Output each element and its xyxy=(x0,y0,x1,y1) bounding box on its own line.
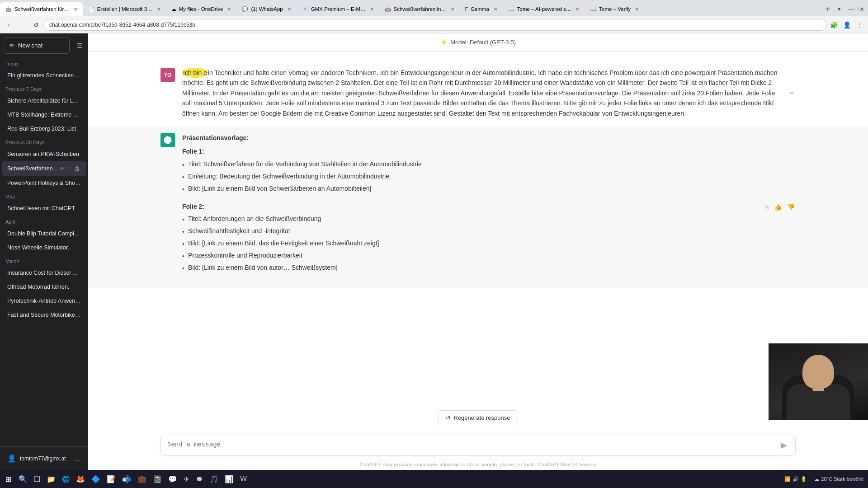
sidebar-item-text: Red Bull Erzberg 2023: List xyxy=(7,126,81,132)
taskbar-whatsapp[interactable]: 💬 xyxy=(165,473,180,485)
bullet-dot: • xyxy=(182,160,184,170)
tab-favicon: ☁ xyxy=(171,6,176,12)
browser-tab-tab2[interactable]: 📄Erstellen | Microsoft 3…✕ xyxy=(83,2,166,16)
forward-button[interactable]: → xyxy=(17,19,29,30)
sidebar-item[interactable]: Nose Wheelie Simulator. xyxy=(2,241,86,254)
browser-tab-tab9[interactable]: 📖Tome – Verify✕ xyxy=(585,2,644,16)
taskbar-word[interactable]: 📝 xyxy=(104,473,118,485)
new-tab-button[interactable]: + xyxy=(822,5,834,14)
tab-overflow-button[interactable]: ▼ xyxy=(834,6,844,12)
browser-tab-tab3[interactable]: ☁My files - OneDrive✕ xyxy=(166,2,237,16)
bullet-item: •Einleitung: Bedeutung der Schweißverbin… xyxy=(182,172,757,182)
model-header: ⚡ Model: Default (GPT-3.5) xyxy=(88,33,868,52)
taskbar-excel[interactable]: 📊 xyxy=(222,473,236,485)
taskbar-explorer[interactable]: 📁 xyxy=(44,473,58,485)
sidebar-item-edit[interactable]: ✏ xyxy=(59,165,66,172)
taskbar-taskview[interactable]: ❑ xyxy=(31,473,43,485)
browser-tab-tab1[interactable]: 🤖Schweißverfahren für…✕ xyxy=(0,2,83,16)
sidebar-item-share[interactable]: ↑ xyxy=(67,165,72,172)
maximize-button[interactable]: □ xyxy=(855,6,859,13)
tab-close-button[interactable]: ✕ xyxy=(227,7,231,12)
browser-tab-tab7[interactable]: ΓGamma✕ xyxy=(460,2,503,16)
back-button[interactable]: ← xyxy=(4,19,15,30)
chat-disclaimer: ChatGPT may produce inaccurate informati… xyxy=(88,459,868,470)
regenerate-label: Regenerate response xyxy=(453,414,510,421)
edit-message-button[interactable]: ✏ xyxy=(788,68,796,118)
browser-tab-tab4[interactable]: 💬(1) WhatsApp✕ xyxy=(236,2,296,16)
sidebar-item[interactable]: Sichere Arbeitsplätze für LKW… xyxy=(2,94,86,108)
sidebar-item[interactable]: Double Blip Tutorial Compilat… xyxy=(2,227,86,240)
taskbar-firefox[interactable]: 🦊 xyxy=(73,473,88,485)
tab-close-button[interactable]: ✕ xyxy=(576,7,579,12)
sidebar-item-delete[interactable]: 🗑 xyxy=(74,165,81,172)
user-message-text: Ich bin ein Techniker und halte einen Vo… xyxy=(182,68,781,118)
tab-favicon: Γ xyxy=(465,6,468,12)
profile-button[interactable]: 👤 xyxy=(841,20,853,29)
settings-button[interactable]: ⋮ xyxy=(854,20,864,29)
browser-tab-tab8[interactable]: 📖Tome – AI-powered s…✕ xyxy=(503,2,585,16)
thumbs-up-button[interactable]: 👍 xyxy=(773,133,783,281)
browser-tab-tab6[interactable]: 🤖Schweißverfahren in…✕ xyxy=(379,2,460,16)
tab-close-button[interactable]: ✕ xyxy=(451,7,454,12)
bullet-item: •Bild: [Link zu einem Bild, das die Fest… xyxy=(182,239,757,249)
copy-message-button[interactable]: ⎘ xyxy=(764,133,769,281)
tab-bar: 🤖Schweißverfahren für…✕📄Erstellen | Micr… xyxy=(0,0,868,16)
sidebar-item[interactable]: Offroad Motorrad fahren. xyxy=(2,280,86,294)
sidebar-item[interactable]: MTB Steilhänge: Extreme Fah… xyxy=(2,108,86,122)
taskbar-chrome[interactable]: 🌐 xyxy=(59,474,72,484)
chat-input[interactable] xyxy=(167,440,775,450)
minimize-button[interactable]: — xyxy=(848,6,854,13)
extensions-button[interactable]: 🧩 xyxy=(828,20,840,29)
sidebar-item-text: Pyrotechnik-Antrieb Anwend… xyxy=(7,298,81,304)
tab-close-button[interactable]: ✕ xyxy=(157,7,160,12)
taskbar-teams[interactable]: 💼 xyxy=(135,473,149,485)
browser-tab-tab5[interactable]: 📧GMX Premium – E-M…✕ xyxy=(297,2,379,16)
refresh-button[interactable]: ↺ xyxy=(31,19,42,30)
sidebar-collapse-button[interactable]: ☰ xyxy=(75,40,85,51)
sidebar-item-text: PowerPoint Hotkeys & Shortc… xyxy=(7,180,81,186)
tab-close-button[interactable]: ✕ xyxy=(288,7,291,12)
taskbar-obs[interactable]: ⏺ xyxy=(193,473,206,485)
taskbar-outlook[interactable]: 📬 xyxy=(119,473,134,485)
close-button[interactable]: ✕ xyxy=(859,6,864,13)
nav-icons: 🧩 👤 ⋮ xyxy=(828,20,864,29)
new-chat-button[interactable]: ✏ New chat xyxy=(4,37,70,54)
sidebar-item[interactable]: Fast and Secure Motorbike Lo… xyxy=(2,308,86,322)
sidebar-item[interactable]: Sensoren an PKW-Scheiben xyxy=(2,147,86,161)
taskbar-telegram[interactable]: ✈ xyxy=(181,473,192,485)
sidebar-item[interactable]: PowerPoint Hotkeys & Shortc… xyxy=(2,176,86,190)
sidebar-item[interactable]: Pyrotechnik-Antrieb Anwend… xyxy=(2,294,86,308)
chat-main: ⚡ Model: Default (GPT-3.5) TO Ich bin ei… xyxy=(88,33,868,470)
regenerate-button[interactable]: ↺ Regenerate response xyxy=(438,410,518,425)
tab-favicon: 📧 xyxy=(302,6,308,12)
disclaimer-link[interactable]: ChatGPT May 24 Version xyxy=(538,462,596,467)
assistant-message: Präsentationsvorlage: Folie 1: •Titel: S… xyxy=(88,126,868,288)
sidebar-item[interactable]: Schweißverfahren fü… ✏ ↑ 🗑 xyxy=(2,161,86,176)
start-button[interactable]: ⊞ xyxy=(2,473,15,485)
sidebar-item[interactable]: Red Bull Erzberg 2023: List xyxy=(2,122,86,136)
taskbar-spotify[interactable]: 🎵 xyxy=(207,473,221,485)
bullet-dot: • xyxy=(182,185,184,194)
tab-close-button[interactable]: ✕ xyxy=(635,7,639,12)
regenerate-icon: ↺ xyxy=(446,414,451,421)
taskbar-onenote[interactable]: 📓 xyxy=(150,473,165,485)
tab-favicon: 📖 xyxy=(590,6,596,12)
address-bar[interactable]: chat.openai.com/c/be7f1d5d-8d52-4664-a80… xyxy=(43,19,826,31)
thumbs-down-button[interactable]: 👎 xyxy=(786,133,796,281)
sidebar-item[interactable]: Insurance Cost for Diesel Car xyxy=(2,266,86,280)
sidebar-item-text: Sensoren an PKW-Scheiben xyxy=(7,151,81,157)
taskbar-word2[interactable]: W xyxy=(237,473,250,485)
user-avatar: TO xyxy=(160,68,175,82)
tab-close-button[interactable]: ✕ xyxy=(74,7,77,12)
user-profile-button[interactable]: 👤 tomtom77@gmx.at … xyxy=(4,450,85,466)
tab-close-button[interactable]: ✕ xyxy=(494,7,497,12)
tab-close-button[interactable]: ✕ xyxy=(370,7,374,12)
sidebar-item[interactable]: Ein glitzerndes Schnecken-Ab… xyxy=(2,69,86,82)
assistant-message-actions: ⎘ 👍 👎 xyxy=(764,133,796,281)
weather-text: 20°C Stark bewölkt xyxy=(821,476,863,482)
taskbar-search[interactable]: 🔍 xyxy=(16,473,30,485)
sidebar-item[interactable]: Schnell lesen mit ChatGPT xyxy=(2,202,86,215)
send-button[interactable]: ▶ xyxy=(779,440,789,450)
taskbar-edge[interactable]: 🔷 xyxy=(89,473,103,485)
sidebar: ✏ New chat ☰ TodayEin glitzerndes Schnec… xyxy=(0,33,88,470)
